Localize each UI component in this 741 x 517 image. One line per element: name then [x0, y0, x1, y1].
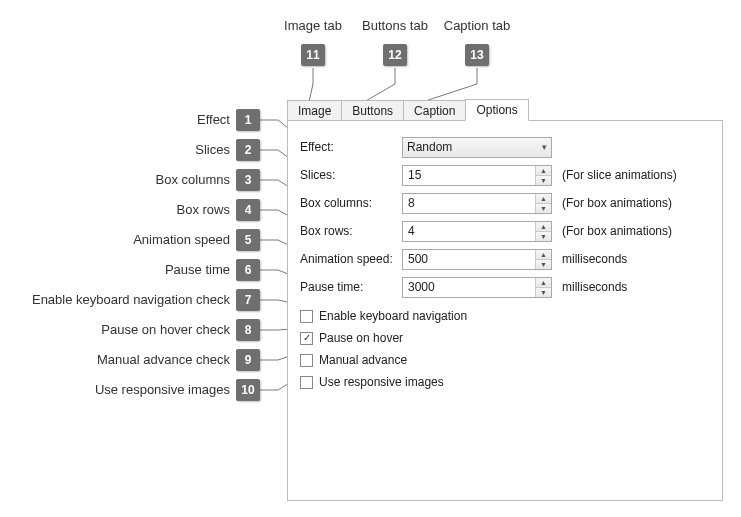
anispeed-label: Animation speed:	[300, 252, 402, 266]
tab-image[interactable]: Image	[287, 100, 342, 121]
callout-label-13: Caption tab	[442, 18, 512, 33]
pausehover-checkbox[interactable]: ✓	[300, 332, 313, 345]
callout-label-9: Manual advance check	[60, 352, 230, 367]
boxcols-spinner[interactable]: 8 ▲▼	[402, 193, 552, 214]
callout-badge-8: 8	[236, 319, 260, 341]
spinner-up-icon[interactable]: ▲	[536, 250, 551, 260]
effect-value: Random	[407, 140, 452, 154]
slices-label: Slices:	[300, 168, 402, 182]
callout-label-11: Image tab	[278, 18, 348, 33]
callout-badge-2: 2	[236, 139, 260, 161]
anispeed-spinner[interactable]: 500 ▲▼	[402, 249, 552, 270]
callout-label-7: Enable keyboard navigation check	[20, 292, 230, 307]
manualadv-label: Manual advance	[319, 353, 407, 367]
tab-buttons[interactable]: Buttons	[341, 100, 404, 121]
pausehover-label: Pause on hover	[319, 331, 403, 345]
boxrows-suffix: (For box animations)	[562, 224, 672, 238]
callout-label-8: Pause on hover check	[60, 322, 230, 337]
pausetime-label: Pause time:	[300, 280, 402, 294]
callout-badge-9: 9	[236, 349, 260, 371]
tabstrip: Image Buttons Caption Options	[287, 98, 723, 120]
callout-badge-3: 3	[236, 169, 260, 191]
callout-label-1: Effect	[100, 112, 230, 127]
callout-badge-12: 12	[383, 44, 407, 66]
slices-spinner[interactable]: 15 ▲▼	[402, 165, 552, 186]
callout-badge-7: 7	[236, 289, 260, 311]
spinner-down-icon[interactable]: ▼	[536, 232, 551, 241]
effect-label: Effect:	[300, 140, 402, 154]
spinner-down-icon[interactable]: ▼	[536, 260, 551, 269]
spinner-up-icon[interactable]: ▲	[536, 278, 551, 288]
callout-label-12: Buttons tab	[360, 18, 430, 33]
callout-label-6: Pause time	[100, 262, 230, 277]
responsive-checkbox[interactable]	[300, 376, 313, 389]
tab-caption[interactable]: Caption	[403, 100, 466, 121]
manualadv-checkbox[interactable]	[300, 354, 313, 367]
anispeed-value: 500	[403, 252, 535, 266]
anispeed-suffix: milliseconds	[562, 252, 627, 266]
enablekb-label: Enable keyboard navigation	[319, 309, 467, 323]
pausetime-value: 3000	[403, 280, 535, 294]
spinner-up-icon[interactable]: ▲	[536, 222, 551, 232]
boxcols-label: Box columns:	[300, 196, 402, 210]
spinner-down-icon[interactable]: ▼	[536, 176, 551, 185]
chevron-down-icon: ▾	[542, 142, 547, 152]
pausetime-suffix: milliseconds	[562, 280, 627, 294]
callout-badge-13: 13	[465, 44, 489, 66]
slices-value: 15	[403, 168, 535, 182]
boxcols-suffix: (For box animations)	[562, 196, 672, 210]
callout-badge-6: 6	[236, 259, 260, 281]
tab-options[interactable]: Options	[465, 99, 528, 121]
callout-badge-4: 4	[236, 199, 260, 221]
callout-label-4: Box rows	[100, 202, 230, 217]
boxcols-value: 8	[403, 196, 535, 210]
spinner-down-icon[interactable]: ▼	[536, 204, 551, 213]
boxrows-spinner[interactable]: 4 ▲▼	[402, 221, 552, 242]
slices-suffix: (For slice animations)	[562, 168, 677, 182]
callout-badge-10: 10	[236, 379, 260, 401]
boxrows-value: 4	[403, 224, 535, 238]
pausetime-spinner[interactable]: 3000 ▲▼	[402, 277, 552, 298]
callout-badge-1: 1	[236, 109, 260, 131]
callout-label-10: Use responsive images	[60, 382, 230, 397]
options-body: Effect: Random ▾ Slices: 15 ▲▼ (For slic…	[287, 120, 723, 501]
callout-label-3: Box columns	[100, 172, 230, 187]
responsive-label: Use responsive images	[319, 375, 444, 389]
effect-dropdown[interactable]: Random ▾	[402, 137, 552, 158]
options-panel: Image Buttons Caption Options Effect: Ra…	[287, 98, 723, 501]
callout-badge-11: 11	[301, 44, 325, 66]
callout-label-2: Slices	[100, 142, 230, 157]
callout-badge-5: 5	[236, 229, 260, 251]
spinner-down-icon[interactable]: ▼	[536, 288, 551, 297]
spinner-up-icon[interactable]: ▲	[536, 166, 551, 176]
callout-label-5: Animation speed	[100, 232, 230, 247]
enablekb-checkbox[interactable]	[300, 310, 313, 323]
spinner-up-icon[interactable]: ▲	[536, 194, 551, 204]
boxrows-label: Box rows:	[300, 224, 402, 238]
